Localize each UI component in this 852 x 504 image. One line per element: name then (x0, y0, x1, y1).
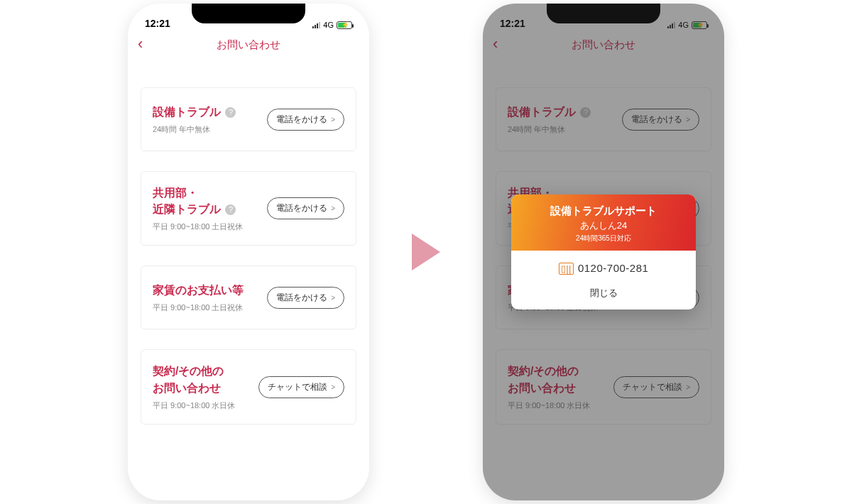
call-button[interactable]: 電話をかける > (267, 287, 344, 309)
contact-card: 契約/その他のお問い合わせ平日 9:00~18:00 水日休チャットで相談 > (141, 349, 356, 424)
card-hours: 平日 9:00~18:00 土日祝休 (153, 302, 260, 313)
popup-hours: 24時間365日対応 (517, 234, 690, 243)
help-icon[interactable]: ? (225, 204, 236, 215)
popup-phone-number: 0120-700-281 (578, 262, 648, 274)
chevron-right-icon: > (331, 116, 335, 124)
phone-right: 12:21 4G ⚡ ‹ お問い合わせ 設備トラブル ?24時間 年中無休電話を… (483, 4, 724, 500)
chat-button[interactable]: チャットで相談 > (258, 376, 344, 398)
network-label: 4G (323, 21, 334, 29)
support-popup: 設備トラブルサポート あんしん24 24時間365日対応 ▯||0120-700… (511, 195, 696, 309)
card-title: 共用部・近隣トラブル ? (153, 185, 260, 217)
navbar: ‹ お問い合わせ (128, 31, 369, 59)
popup-header: 設備トラブルサポート あんしん24 24時間365日対応 (511, 195, 696, 251)
signal-icon (312, 21, 320, 28)
modal-overlay[interactable]: 設備トラブルサポート あんしん24 24時間365日対応 ▯||0120-700… (483, 4, 724, 500)
card-left: 家賃のお支払い等平日 9:00~18:00 土日祝休 (153, 282, 267, 313)
chevron-right-icon: > (331, 383, 335, 391)
call-button[interactable]: 電話をかける > (267, 197, 344, 219)
back-button[interactable]: ‹ (138, 36, 143, 52)
popup-service-name: あんしん24 (517, 219, 690, 232)
chevron-right-icon: > (331, 294, 335, 302)
transition-arrow-icon (412, 234, 440, 270)
freecall-icon: ▯|| (559, 263, 574, 275)
card-hours: 平日 9:00~18:00 土日祝休 (153, 221, 260, 232)
battery-icon: ⚡ (337, 21, 352, 29)
card-title: 設備トラブル ? (153, 104, 260, 120)
status-right: 4G ⚡ (312, 21, 352, 29)
card-list-left: 設備トラブル ?24時間 年中無休電話をかける >共用部・近隣トラブル ?平日 … (128, 59, 369, 424)
page-title: お問い合わせ (217, 38, 280, 52)
card-hours: 平日 9:00~18:00 水日休 (153, 400, 251, 411)
popup-close-button[interactable]: 閉じる (511, 280, 696, 309)
card-left: 設備トラブル ?24時間 年中無休 (153, 104, 267, 135)
notch (192, 4, 305, 23)
help-icon[interactable]: ? (225, 107, 236, 118)
call-button[interactable]: 電話をかける > (267, 109, 344, 131)
phone-left: 12:21 4G ⚡ ‹ お問い合わせ 設備トラブル ?24時間 年中無休電話を… (128, 4, 369, 500)
card-left: 契約/その他のお問い合わせ平日 9:00~18:00 水日休 (153, 363, 258, 410)
chevron-right-icon: > (331, 204, 335, 212)
contact-card: 設備トラブル ?24時間 年中無休電話をかける > (141, 87, 356, 151)
popup-phone-row[interactable]: ▯||0120-700-281 (511, 251, 696, 280)
contact-card: 家賃のお支払い等平日 9:00~18:00 土日祝休電話をかける > (141, 265, 356, 329)
status-time: 12:21 (145, 18, 170, 29)
card-hours: 24時間 年中無休 (153, 124, 260, 135)
card-title: 契約/その他のお問い合わせ (153, 363, 251, 395)
card-title: 家賃のお支払い等 (153, 282, 260, 298)
card-left: 共用部・近隣トラブル ?平日 9:00~18:00 土日祝休 (153, 185, 267, 232)
popup-title: 設備トラブルサポート (517, 204, 690, 218)
contact-card: 共用部・近隣トラブル ?平日 9:00~18:00 土日祝休電話をかける > (141, 171, 356, 246)
